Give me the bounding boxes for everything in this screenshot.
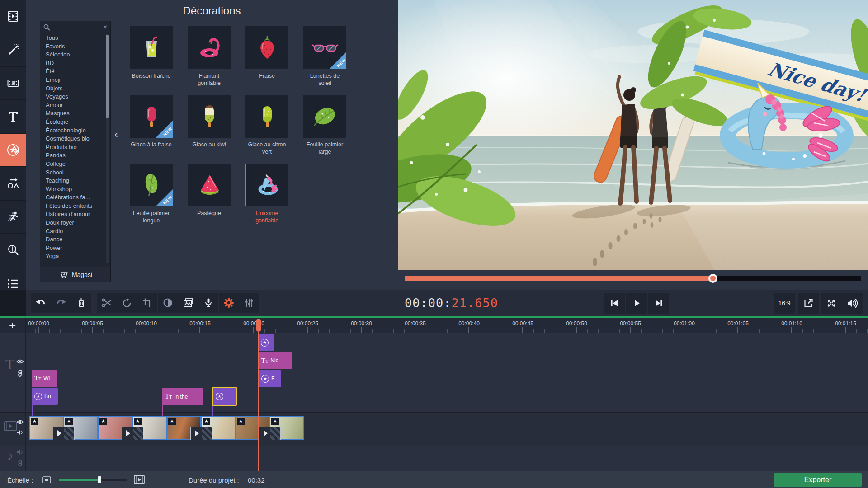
category-item[interactable]: Objets bbox=[40, 84, 104, 93]
clip-properties-button[interactable] bbox=[219, 293, 239, 313]
title-clip[interactable]: TT Wi bbox=[32, 370, 57, 387]
category-item[interactable]: Voyages bbox=[40, 93, 104, 101]
delete-button[interactable] bbox=[71, 293, 91, 313]
sidebar-item-animation[interactable] bbox=[0, 201, 26, 233]
category-item[interactable]: Doux foyer bbox=[40, 219, 104, 227]
category-item[interactable]: Teaching bbox=[40, 177, 104, 185]
category-item[interactable]: Écotechnologie bbox=[40, 127, 104, 135]
category-item[interactable]: Cardio bbox=[40, 227, 104, 236]
transition-badge[interactable] bbox=[53, 427, 75, 440]
slider-handle[interactable] bbox=[98, 476, 101, 483]
search-box[interactable]: ✕ bbox=[40, 21, 110, 33]
rotate-button[interactable] bbox=[117, 293, 137, 313]
audio-levels-button[interactable] bbox=[239, 293, 259, 313]
category-item[interactable]: Masques bbox=[40, 109, 104, 118]
seek-handle[interactable] bbox=[708, 274, 717, 283]
contrast-icon bbox=[162, 297, 173, 308]
audio-track-link-toggle[interactable] bbox=[17, 460, 24, 466]
category-item[interactable]: Tous bbox=[40, 34, 104, 42]
playhead-marker[interactable] bbox=[256, 319, 261, 332]
scrollbar-thumb[interactable] bbox=[106, 35, 109, 118]
zoom-out-film-icon[interactable] bbox=[42, 476, 51, 483]
decoration-item-glace-citron[interactable]: Glace au citron vert bbox=[245, 95, 288, 164]
seek-bar[interactable] bbox=[405, 276, 861, 281]
sidebar-item-filters[interactable] bbox=[0, 33, 26, 66]
sidebar-item-media[interactable] bbox=[0, 0, 26, 33]
play-button[interactable] bbox=[626, 293, 647, 314]
transition-badge[interactable] bbox=[190, 427, 212, 440]
timeline-ruler[interactable]: 00:00:0000:00:0500:00:1000:00:1500:00:20… bbox=[26, 318, 868, 333]
decoration-item-lunettes[interactable]: NEW Lunettes de soleil bbox=[303, 26, 346, 95]
close-icon[interactable]: ✕ bbox=[103, 24, 108, 30]
collapse-panel-button[interactable]: ‹ bbox=[112, 125, 120, 145]
decoration-item-boisson[interactable]: Boisson fraîche bbox=[130, 26, 173, 95]
fullscreen-button[interactable] bbox=[821, 293, 842, 314]
titles-track-link-toggle[interactable] bbox=[17, 370, 24, 377]
cut-button[interactable] bbox=[97, 293, 117, 313]
redo-button[interactable] bbox=[51, 293, 71, 313]
sticker-clip[interactable]: ★ Bo bbox=[32, 388, 58, 405]
sticker-clip-selected[interactable]: ★ bbox=[212, 387, 237, 406]
category-item[interactable]: BD bbox=[40, 59, 104, 68]
aspect-ratio-button[interactable]: 16:9 bbox=[774, 293, 795, 314]
previous-frame-button[interactable] bbox=[604, 293, 625, 314]
sidebar-item-shapes-motion[interactable] bbox=[0, 167, 26, 200]
timeline-zoom-slider[interactable] bbox=[59, 479, 127, 481]
decoration-item-flamant[interactable]: Flamant gonflable bbox=[188, 26, 231, 95]
titles-track-visibility-toggle[interactable] bbox=[16, 359, 24, 364]
audio-track-mute-toggle[interactable] bbox=[17, 449, 24, 455]
category-item[interactable]: Workshop bbox=[40, 185, 104, 194]
category-item[interactable]: Produits bio bbox=[40, 143, 104, 152]
sticker-clip[interactable]: ★ bbox=[259, 334, 274, 351]
category-item[interactable]: Favoris bbox=[40, 42, 104, 51]
decoration-item-glace-fraise[interactable]: NEW Glace à la fraise bbox=[130, 95, 173, 164]
decoration-item-feuille-longue[interactable]: NEW Feuille pal­mier longue bbox=[130, 164, 173, 232]
category-item[interactable]: College bbox=[40, 160, 104, 169]
sticker-clip[interactable]: ★ F bbox=[259, 370, 281, 387]
record-voice-button[interactable] bbox=[198, 293, 218, 313]
crop-button[interactable] bbox=[137, 293, 157, 313]
detach-preview-button[interactable] bbox=[798, 293, 819, 314]
decoration-item-unicorne[interactable]: Unicorne gonflable bbox=[245, 164, 288, 232]
category-item[interactable]: Amour bbox=[40, 101, 104, 110]
sidebar-item-transitions[interactable] bbox=[0, 67, 26, 99]
category-item[interactable]: Dance bbox=[40, 235, 104, 244]
video-track-mute-toggle[interactable] bbox=[17, 429, 24, 436]
category-item[interactable]: Power bbox=[40, 244, 104, 253]
category-item[interactable]: Été bbox=[40, 67, 104, 76]
category-item[interactable]: Pandas bbox=[40, 151, 104, 160]
export-button[interactable]: Exporter bbox=[774, 473, 862, 487]
category-item[interactable]: Hstoires d’amour bbox=[40, 210, 104, 219]
star-icon: ★ bbox=[168, 418, 176, 425]
category-item[interactable]: Célébrations fa... bbox=[40, 193, 104, 202]
store-button[interactable]: Magasi bbox=[40, 267, 110, 282]
sidebar-item-stickers[interactable] bbox=[0, 134, 26, 166]
sidebar-item-pan-zoom[interactable] bbox=[0, 234, 26, 267]
transition-badge[interactable] bbox=[259, 427, 281, 440]
next-frame-button[interactable] bbox=[648, 293, 669, 314]
trash-icon bbox=[76, 297, 87, 308]
decoration-item-pasteque[interactable]: Pastèque bbox=[188, 164, 231, 232]
volume-button[interactable] bbox=[842, 293, 863, 314]
category-item[interactable]: School bbox=[40, 169, 104, 177]
photo-button[interactable] bbox=[178, 293, 198, 313]
more-tools-icon bbox=[6, 277, 20, 291]
video-track-visibility-toggle[interactable] bbox=[16, 419, 24, 425]
zoom-in-film-icon[interactable] bbox=[134, 475, 145, 484]
title-clip[interactable]: TT Nic bbox=[259, 352, 292, 369]
decoration-item-feuille-large[interactable]: Feuille pal­mier large bbox=[303, 95, 346, 164]
category-item[interactable]: Cosmétiques bio bbox=[40, 135, 104, 143]
category-item[interactable]: Fêtes des enfants bbox=[40, 202, 104, 211]
category-item[interactable]: Yoga bbox=[40, 252, 104, 261]
sidebar-item-titles[interactable] bbox=[0, 100, 26, 133]
category-item[interactable]: Emoji bbox=[40, 76, 104, 84]
title-clip[interactable]: TT In the bbox=[162, 388, 203, 405]
transition-badge[interactable] bbox=[122, 427, 143, 440]
category-item[interactable]: Écologie bbox=[40, 118, 104, 127]
color-adjust-button[interactable] bbox=[158, 293, 178, 313]
decoration-item-fraise[interactable]: Fraise bbox=[245, 26, 288, 95]
scrollbar[interactable] bbox=[106, 34, 109, 263]
category-item[interactable]: Sélection bbox=[40, 51, 104, 59]
decoration-item-glace-kiwi[interactable]: Glace au kiwi bbox=[188, 95, 231, 164]
undo-button[interactable] bbox=[31, 293, 51, 313]
